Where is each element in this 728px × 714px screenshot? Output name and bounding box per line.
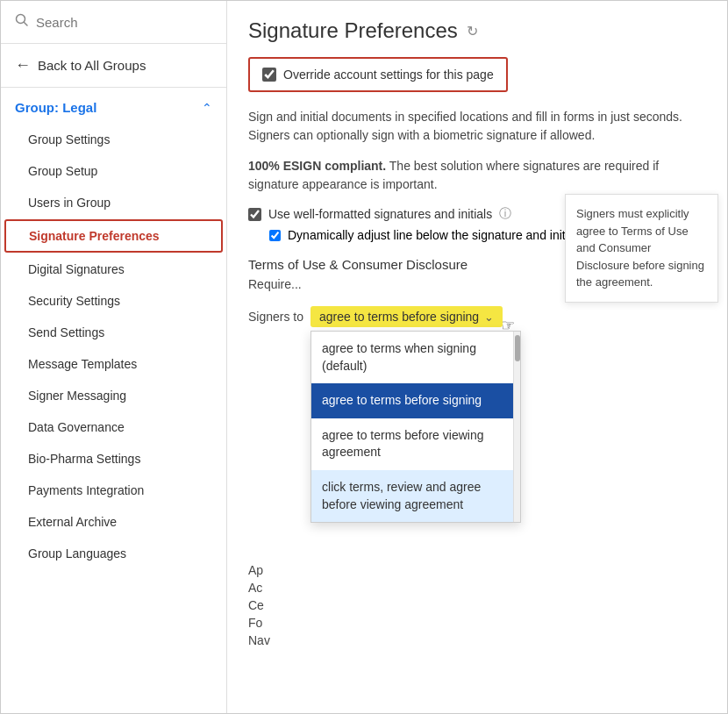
fo-row: Fo bbox=[248, 616, 706, 630]
group-header[interactable]: Group: Legal ⌃ bbox=[1, 88, 226, 124]
info-box: Signers must explicitly agree to Terms o… bbox=[565, 194, 718, 303]
sidebar-item-digital-signatures[interactable]: Digital Signatures bbox=[1, 253, 226, 285]
sidebar: ← Back to All Groups Group: Legal ⌃ Grou… bbox=[1, 1, 227, 713]
signers-row: Signers to agree to terms before signing… bbox=[248, 298, 706, 335]
search-bar bbox=[1, 1, 226, 44]
dropdown-scrollbar[interactable] bbox=[513, 332, 520, 522]
back-arrow-icon: ← bbox=[15, 56, 31, 75]
sidebar-item-send-settings[interactable]: Send Settings bbox=[1, 317, 226, 348]
ce-row: Ce bbox=[248, 598, 706, 612]
sidebar-item-signature-preferences[interactable]: Signature Preferences bbox=[4, 219, 223, 253]
description-text: Sign and initial documents in specified … bbox=[248, 108, 704, 145]
sidebar-item-group-settings[interactable]: Group Settings bbox=[1, 124, 226, 155]
page-title: Signature Preferences bbox=[248, 18, 458, 43]
search-icon bbox=[15, 13, 29, 31]
checkbox1-label: Use well-formatted signatures and initia… bbox=[268, 207, 492, 221]
dropdown-item-before-signing[interactable]: agree to terms before signing bbox=[311, 383, 520, 418]
sidebar-item-data-governance[interactable]: Data Governance bbox=[1, 411, 226, 443]
sidebar-item-users-in-group[interactable]: Users in Group bbox=[1, 187, 226, 218]
info-box-text: Signers must explicitly agree to Terms o… bbox=[576, 207, 704, 289]
search-input[interactable] bbox=[36, 15, 212, 30]
sidebar-item-payments-integration[interactable]: Payments Integration bbox=[1, 475, 226, 506]
checkbox1[interactable] bbox=[248, 208, 261, 221]
esign-text: 100% ESIGN compliant. The best solution … bbox=[248, 157, 704, 194]
apply-section: Ap Ac Ce Fo Nav bbox=[248, 563, 706, 647]
dropdown-popup: agree to terms when signing (default) ag… bbox=[310, 331, 521, 523]
ac-row: Ac bbox=[248, 581, 706, 595]
override-box: Override account settings for this page bbox=[248, 57, 508, 92]
esign-bold: 100% ESIGN compliant. bbox=[248, 159, 386, 173]
dropdown-area: agree to terms before signing ⌄ agree to… bbox=[310, 306, 503, 327]
signers-prefix: Signers to bbox=[248, 310, 303, 324]
sidebar-item-external-archive[interactable]: External Archive bbox=[1, 506, 226, 538]
app-container: ← Back to All Groups Group: Legal ⌃ Grou… bbox=[0, 0, 728, 714]
page-title-row: Signature Preferences ↻ bbox=[248, 18, 706, 43]
checkbox2[interactable] bbox=[269, 230, 281, 241]
help-icon-1[interactable]: ⓘ bbox=[499, 206, 511, 222]
back-nav[interactable]: ← Back to All Groups bbox=[1, 44, 226, 88]
nav-row: Nav bbox=[248, 633, 706, 647]
sidebar-nav: Group SettingsGroup SetupUsers in GroupS… bbox=[1, 124, 226, 569]
sidebar-item-security-settings[interactable]: Security Settings bbox=[1, 285, 226, 317]
chevron-down-icon: ⌄ bbox=[484, 311, 494, 324]
sidebar-item-group-setup[interactable]: Group Setup bbox=[1, 155, 226, 187]
override-label: Override account settings for this page bbox=[283, 68, 494, 82]
group-header-label: Group: Legal bbox=[15, 100, 96, 115]
dropdown-item-click-review[interactable]: click terms, review and agree before vie… bbox=[311, 470, 520, 522]
override-checkbox[interactable] bbox=[262, 68, 276, 82]
dropdown-selected-label: agree to terms before signing bbox=[319, 310, 479, 324]
back-nav-label: Back to All Groups bbox=[38, 58, 146, 73]
apply-row: Ap bbox=[248, 563, 706, 577]
scroll-thumb bbox=[515, 335, 520, 361]
chevron-up-icon: ⌃ bbox=[202, 101, 212, 115]
sidebar-item-group-languages[interactable]: Group Languages bbox=[1, 538, 226, 569]
dropdown-item-default[interactable]: agree to terms when signing (default) bbox=[311, 332, 520, 383]
refresh-icon[interactable]: ↻ bbox=[467, 23, 478, 39]
checkbox2-label: Dynamically adjust line below the signat… bbox=[288, 228, 584, 242]
main-content: Signature Preferences ↻ Override account… bbox=[227, 1, 727, 713]
sidebar-item-bio-pharma-settings[interactable]: Bio-Pharma Settings bbox=[1, 443, 226, 475]
sidebar-item-message-templates[interactable]: Message Templates bbox=[1, 348, 226, 380]
svg-line-1 bbox=[25, 23, 28, 26]
dropdown-trigger[interactable]: agree to terms before signing ⌄ bbox=[310, 306, 503, 327]
sidebar-item-signer-messaging[interactable]: Signer Messaging bbox=[1, 380, 226, 411]
dropdown-item-before-viewing[interactable]: agree to terms before viewing agreement bbox=[311, 418, 520, 470]
